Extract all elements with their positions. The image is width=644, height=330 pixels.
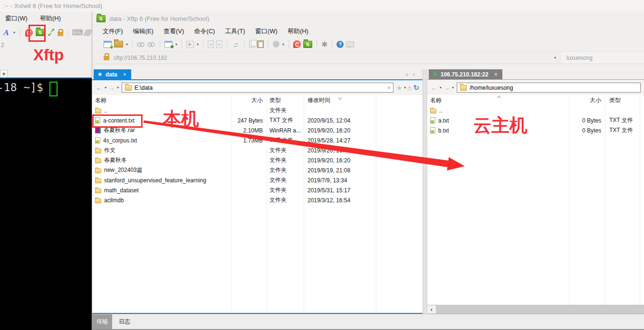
- help-icon[interactable]: ?: [336, 41, 344, 48]
- txt-icon: [430, 117, 435, 123]
- tab-status-dot-icon: [98, 73, 102, 76]
- chevron-down-icon[interactable]: ▾: [404, 85, 406, 90]
- column-divider[interactable]: [640, 95, 640, 305]
- file-name-cell: a.txt: [427, 117, 569, 124]
- local-path-input[interactable]: E:\data ˅: [122, 83, 394, 93]
- folder-icon: [95, 109, 101, 113]
- xshell-menu-window[interactable]: 窗口(W): [5, 14, 28, 23]
- settings-gear-icon[interactable]: ✱: [321, 40, 327, 49]
- toolbar-separator: [227, 40, 227, 48]
- file-type-cell: TXT 文件: [267, 136, 304, 144]
- file-row[interactable]: b.txt0 BytesTXT 文件: [427, 125, 644, 135]
- menu-file[interactable]: 文件(F): [103, 27, 123, 36]
- local-tab[interactable]: data ×: [94, 69, 131, 79]
- pane-splitter[interactable]: [423, 69, 427, 314]
- file-row[interactable]: 春夏秋冬.rar2.10MBWinRAR a...2019/9/20, 16:2…: [92, 125, 423, 135]
- column-divider[interactable]: [605, 95, 606, 305]
- forward-icon[interactable]: →: [443, 84, 450, 92]
- scroll-left-icon[interactable]: ‹: [427, 305, 436, 313]
- toolbar-separator: [160, 40, 160, 48]
- tab-log[interactable]: 日志: [115, 314, 135, 329]
- terminal[interactable]: -18 ~]$: [0, 78, 92, 330]
- column-divider[interactable]: [376, 95, 376, 313]
- fullscreen-icon[interactable]: [48, 29, 55, 36]
- feedback-icon[interactable]: [346, 41, 354, 47]
- file-row[interactable]: a.txt0 BytesTXT 文件: [427, 115, 644, 125]
- file-row[interactable]: new_202403篇文件夹2019/9/19, 21:08: [92, 165, 423, 175]
- file-row[interactable]: acllmdb文件夹2019/3/12, 16:54: [92, 195, 423, 205]
- transfer-icon[interactable]: →←: [231, 41, 240, 47]
- favorites-star-icon[interactable]: ★: [396, 84, 403, 92]
- forward-icon[interactable]: →: [108, 84, 115, 92]
- column-header-size[interactable]: 大小: [231, 96, 267, 104]
- home-icon[interactable]: ⌂: [407, 84, 412, 92]
- back-icon[interactable]: ←: [431, 84, 438, 92]
- column-header-type[interactable]: 类型: [605, 96, 643, 104]
- chevron-down-icon[interactable]: ▾: [452, 85, 454, 90]
- remote-path: /home/luxuesong: [470, 85, 637, 91]
- lock-icon[interactable]: [58, 32, 63, 36]
- file-row[interactable]: stanford_unsupervised_feature_learning文件…: [92, 175, 423, 185]
- tab-scroll-arrows[interactable]: ‹›: [406, 71, 420, 78]
- tab-status-dot-icon: [433, 73, 437, 76]
- chevron-down-icon[interactable]: ˅: [388, 85, 390, 90]
- file-row[interactable]: math_dataset文件夹2019/5/31, 15:17: [92, 185, 423, 195]
- remote-tab[interactable]: 106.75.210.182:22 ×: [429, 69, 502, 79]
- remote-navbar: ←▾ →▾ /home/luxuesong: [427, 80, 644, 95]
- file-row[interactable]: 春夏秋冬文件夹2019/9/20, 16:20: [92, 155, 423, 165]
- xshell-address-fragment: 2: [1, 42, 4, 48]
- pen-icon[interactable]: [83, 29, 92, 36]
- chevron-down-icon[interactable]: ▾: [13, 30, 15, 35]
- menu-view[interactable]: 查看(V): [163, 27, 184, 36]
- session-url-field[interactable]: sftp://106.75.210.182 ▾: [92, 52, 560, 64]
- file-type-cell: TXT 文件: [605, 116, 643, 124]
- file-row[interactable]: 作文文件夹2019/9/20, 16:47: [92, 145, 423, 155]
- chevron-down-icon[interactable]: ▾: [175, 42, 177, 47]
- column-divider[interactable]: [304, 95, 304, 313]
- chevron-down-icon[interactable]: ▾: [440, 85, 442, 90]
- chevron-down-icon[interactable]: ▾: [117, 85, 119, 90]
- xshell-icon[interactable]: [293, 40, 301, 48]
- column-header-type[interactable]: 类型: [267, 96, 304, 104]
- file-row[interactable]: 4s_corpus.txt1.73MBTXT 文件2019/5/28, 14:2…: [92, 135, 423, 145]
- toolbar-separator: [20, 28, 20, 37]
- column-divider[interactable]: [569, 95, 569, 305]
- local-list-header: 名称 大小 类型 修改时间: [92, 95, 423, 105]
- tab-transfer[interactable]: 传输: [92, 314, 112, 329]
- menu-tools[interactable]: 工具(T): [225, 27, 245, 36]
- back-icon[interactable]: ←: [96, 84, 103, 92]
- remote-path-input[interactable]: /home/luxuesong: [457, 83, 641, 93]
- open-xftp-icon[interactable]: [36, 29, 45, 36]
- file-row[interactable]: ..: [427, 105, 644, 115]
- column-header-size[interactable]: 大小: [569, 96, 605, 104]
- open-session-icon[interactable]: [114, 41, 123, 47]
- xshell-menu-help[interactable]: 帮助(H): [40, 14, 61, 23]
- username-field[interactable]: luxuesong: [560, 52, 644, 64]
- menu-help[interactable]: 帮助(H): [288, 27, 308, 36]
- close-icon[interactable]: ×: [123, 71, 126, 78]
- new-session-icon[interactable]: [104, 41, 112, 48]
- xftp-icon[interactable]: [303, 41, 312, 48]
- horizontal-scrollbar[interactable]: ‹: [427, 305, 644, 313]
- xshell-session-icon[interactable]: [25, 29, 33, 37]
- column-header-name[interactable]: 名称: [92, 96, 231, 104]
- chevron-down-icon[interactable]: ▾: [105, 85, 106, 90]
- font-style-icon[interactable]: A: [2, 28, 10, 38]
- close-icon[interactable]: ×: [494, 71, 498, 78]
- chevron-down-icon[interactable]: ▾: [126, 42, 128, 47]
- menu-edit[interactable]: 编辑(E): [133, 27, 154, 36]
- session-properties-icon[interactable]: [164, 41, 173, 47]
- paste-icon[interactable]: [257, 40, 264, 48]
- menu-window[interactable]: 窗口(W): [255, 27, 278, 36]
- refresh-icon[interactable]: ↻: [413, 84, 419, 92]
- remote-rows: ..a.txt0 BytesTXT 文件b.txt0 BytesTXT 文件: [427, 105, 644, 135]
- menu-command[interactable]: 命令(C): [194, 27, 215, 36]
- file-modified-cell: 2019/5/31, 15:17: [304, 187, 376, 194]
- column-divider[interactable]: [267, 95, 267, 313]
- column-divider[interactable]: [231, 95, 231, 313]
- virtual-keyboard-icon[interactable]: ⌨: [73, 28, 82, 37]
- chevron-down-icon[interactable]: ▾: [554, 56, 556, 60]
- file-row[interactable]: ..文件夹: [92, 105, 423, 115]
- file-row[interactable]: a-content.txt247 BytesTXT 文件2020/9/15, 1…: [92, 115, 423, 125]
- toolbar-separator: [332, 40, 332, 48]
